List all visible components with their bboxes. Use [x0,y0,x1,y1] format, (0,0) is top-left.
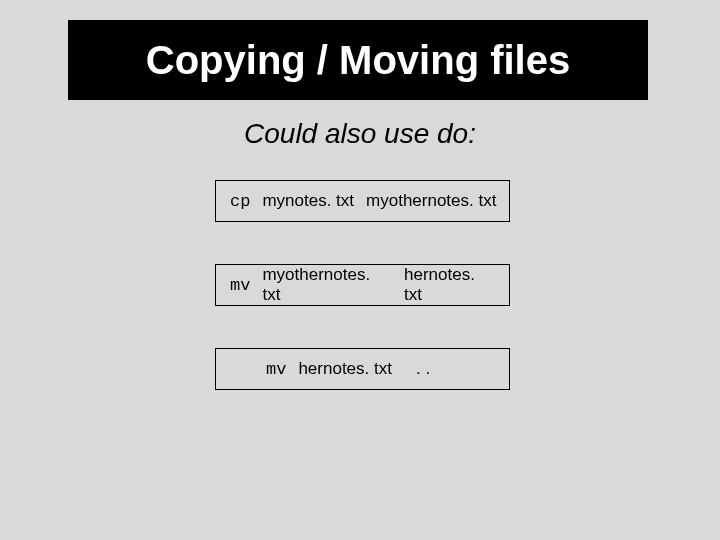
cmd-name: mv [230,276,250,295]
slide-subtitle: Could also use do: [0,118,720,150]
cmd-arg2: . . [416,359,430,379]
slide-title: Copying / Moving files [146,38,570,83]
cmd-arg1: myothernotes. txt [262,265,392,305]
cmd-name: cp [230,192,250,211]
cmd-arg1: hernotes. txt [298,359,392,379]
command-box-3: mv hernotes. txt . . [215,348,510,390]
title-bar: Copying / Moving files [68,20,648,100]
cmd-arg2: hernotes. txt [404,265,497,305]
slide: Copying / Moving files Could also use do… [0,0,720,540]
cmd-arg2: myothernotes. txt [366,191,496,211]
cmd-arg1: mynotes. txt [262,191,354,211]
cmd-name: mv [266,360,286,379]
command-box-2: mv myothernotes. txt hernotes. txt [215,264,510,306]
command-box-1: cp mynotes. txt myothernotes. txt [215,180,510,222]
